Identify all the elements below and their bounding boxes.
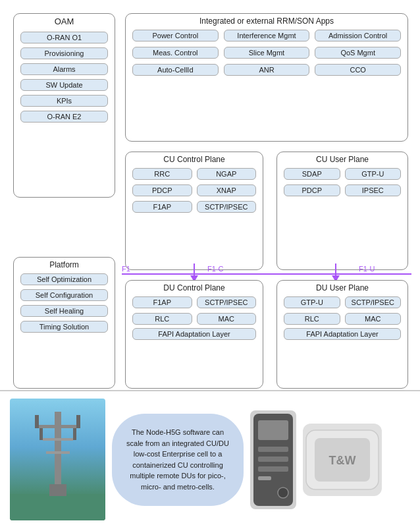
svg-rect-8 [35,415,39,428]
cu-cp-grid: RRC NGAP PDCP XNAP F1AP SCTP/IPSEC [126,168,263,219]
rrm-cell-4: Slice Mgmt [224,47,310,59]
cu-up-title: CU User Plane [277,155,407,164]
tower-svg [10,399,105,520]
du-cp-box: DU Control Plane F1AP SCTP/IPSEC RLC MAC… [125,280,263,389]
du-cp-cell-0: F1AP [132,296,192,308]
svg-rect-13 [49,484,66,496]
svg-rect-7 [46,451,70,454]
platform-cell-0: Self Optimization [20,273,108,285]
rrm-grid: Power Control Interference Mgmt Admissio… [126,30,407,82]
rrm-title: Integrated or external RRM/SON Apps [126,16,407,26]
du-up-cell-0: GTP-U [284,296,340,308]
f1-line [122,273,411,275]
platform-box: Platform Self Optimization Self Configur… [13,257,115,389]
du-cp-fapi: FAPI Adaptation Layer [132,328,256,340]
cu-up-grid: SDAP GTP-U PDCP IPSEC [277,168,407,203]
oam-cell-3: SW Update [20,79,108,91]
cu-up-cell-2: PDCP [284,184,340,196]
svg-rect-11 [73,428,76,440]
cu-up-cell-1: GTP-U [345,168,402,180]
cu-up-box: CU User Plane SDAP GTP-U PDCP IPSEC [276,152,408,270]
du-cp-bottom: FAPI Adaptation Layer [126,328,263,345]
platform-cells: Self Optimization Self Configuration Sel… [14,273,115,339]
du-up-grid: GTP-U SCTP/IPSEC RLC MAC [277,296,407,328]
du-up-bottom: FAPI Adaptation Layer [277,328,407,345]
cu-cp-cell-5: SCTP/IPSEC [197,201,257,213]
du-up-cell-2: RLC [284,313,340,325]
rrm-cell-1: Interference Mgmt [224,30,310,42]
platform-cell-1: Self Configuration [20,289,108,301]
svg-text:T&W: T&W [329,454,356,467]
rrm-cell-8: CCO [315,64,401,76]
du-cp-grid: F1AP SCTP/IPSEC RLC MAC [126,296,263,328]
oam-cell-1: Provisioning [20,47,108,59]
oam-cell-5: O-RAN E2 [20,111,108,123]
svg-rect-10 [39,428,43,440]
du-cp-cell-1: SCTP/IPSEC [197,296,257,308]
cu-cp-box: CU Control Plane RRC NGAP PDCP XNAP F1AP… [125,152,263,270]
oam-cell-0: O-RAN O1 [20,32,108,43]
svg-rect-9 [76,415,80,428]
cu-up-cell-0: SDAP [284,168,340,180]
du-cp-cell-3: MAC [197,313,257,325]
rrm-cell-7: ANR [224,64,310,76]
oam-cell-2: Alarms [20,63,108,75]
oam-title: OAM [14,16,115,26]
platform-cell-3: Timing Solution [20,321,108,333]
du-up-box: DU User Plane GTP-U SCTP/IPSEC RLC MAC F… [276,280,408,389]
rrm-cell-2: Admission Control [315,30,401,42]
rrm-cell-0: Power Control [132,30,219,42]
cu-cp-cell-2: PDCP [132,184,192,196]
svg-rect-17 [258,457,288,462]
rrm-box: Integrated or external RRM/SON Apps Powe… [125,13,408,142]
svg-rect-6 [43,438,73,441]
oam-cell-4: KPIs [20,95,108,107]
device2: T&W [303,424,382,496]
du-cp-cell-2: RLC [132,313,192,325]
cu-cp-cell-4: F1AP [132,201,192,213]
cu-cp-cell-1: NGAP [197,168,257,180]
f1u-label: F1-U [359,265,375,273]
cu-cp-title: CU Control Plane [126,155,263,164]
tower-image [10,399,105,520]
f1c-label: F1-C [207,265,223,273]
svg-rect-19 [258,476,271,480]
svg-rect-15 [258,420,288,440]
f1-label: F1 [122,265,130,273]
du-up-cell-3: MAC [345,313,402,325]
description-text: The Node-H5G software can scale from an … [126,427,229,492]
platform-cell-2: Self Healing [20,305,108,317]
description-box: The Node-H5G software can scale from an … [112,414,244,506]
svg-rect-5 [36,425,80,428]
device1 [250,410,296,509]
device2-svg: T&W [303,424,382,496]
rrm-cell-3: Meas. Control [132,47,219,59]
rrm-cell-6: Auto-CellId [132,64,219,76]
svg-rect-16 [258,447,288,452]
bottom-section: The Node-H5G software can scale from an … [0,392,420,527]
separator [0,390,420,391]
rrm-cell-5: QoS Mgmt [315,47,401,59]
oam-box: OAM O-RAN O1 Provisioning Alarms SW Upda… [13,13,115,198]
du-up-title: DU User Plane [277,283,407,292]
cu-cp-cell-3: XNAP [197,184,257,196]
cu-cp-cell-0: RRC [132,168,192,180]
svg-rect-12 [10,494,105,520]
device1-svg [250,410,296,509]
svg-rect-18 [258,466,288,472]
platform-title: Platform [14,260,115,269]
du-cp-title: DU Control Plane [126,283,263,292]
du-up-cell-1: SCTP/IPSEC [345,296,402,308]
svg-point-20 [278,487,288,498]
cu-up-cell-3: IPSEC [345,184,402,196]
du-up-fapi: FAPI Adaptation Layer [284,328,401,340]
oam-cells: O-RAN O1 Provisioning Alarms SW Update K… [14,32,115,129]
